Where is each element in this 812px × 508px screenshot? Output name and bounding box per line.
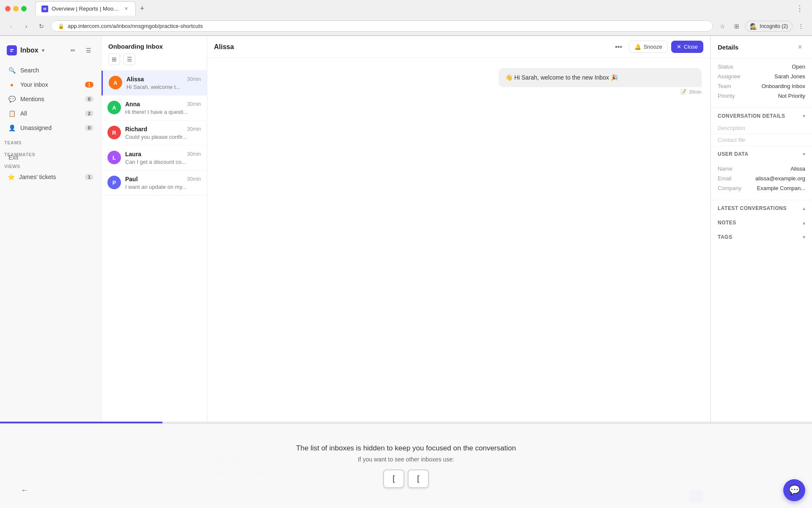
team-value: Onboarding Inbox xyxy=(762,83,805,89)
avatar-anna: A xyxy=(107,101,121,114)
latest-conversations-title: LATEST CONVERSATIONS xyxy=(718,205,787,211)
user-name-row: Name Alissa xyxy=(718,166,805,172)
exit-btn[interactable]: Exit xyxy=(8,154,18,161)
conv-content-richard: Richard 30min Could you please confir... xyxy=(125,126,201,140)
details-header: Details ✕ xyxy=(711,36,812,58)
notes-section[interactable]: NOTES ▴ xyxy=(711,215,812,229)
conversation-details-section[interactable]: CONVERSATION DETAILS ▾ xyxy=(711,108,812,122)
tags-arrow-icon: ▾ xyxy=(803,234,805,240)
conversation-item-richard[interactable]: R Richard 30min Could you please confir.… xyxy=(102,121,207,146)
priority-label: Priority xyxy=(718,93,735,99)
conv-header: Laura 30min xyxy=(125,151,201,157)
bookmark-btn[interactable]: ☆ xyxy=(716,20,728,32)
conv-time: 30min xyxy=(187,76,201,82)
mentions-icon: 💬 xyxy=(8,95,16,103)
priority-row: Priority Not Priority xyxy=(718,93,805,99)
close-window-btn[interactable] xyxy=(5,6,11,11)
back-btn[interactable]: ‹ xyxy=(5,20,17,32)
views-section: ⭐ James' tickets 1 xyxy=(0,171,101,183)
user-data-content: Name Alissa Email alissa@example.org Com… xyxy=(711,160,812,200)
conv-content-laura: Laura 30min Can I get a discount co... xyxy=(125,151,201,165)
browser-actions: ☆ ⊞ 🕵 Incognito (2) ⋮ xyxy=(716,20,807,32)
sidebar-item-mentions[interactable]: 💬 Mentions 0 xyxy=(3,92,98,106)
sidebar-item-james-tickets[interactable]: ⭐ James' tickets 1 xyxy=(3,171,98,183)
panel-title: Onboarding Inbox xyxy=(108,43,200,50)
svg-rect-0 xyxy=(9,47,15,53)
status-label: Status xyxy=(718,64,733,70)
sidebar-item-label: Search xyxy=(20,67,93,74)
avatar-laura: L xyxy=(107,151,121,164)
more-options-btn[interactable]: ••• xyxy=(612,40,625,54)
minimize-window-btn[interactable] xyxy=(13,6,19,11)
chat-header: Alissa ••• 🔔 Snooze ✕ Close xyxy=(207,36,710,58)
compose-btn[interactable]: ✏ xyxy=(67,44,79,56)
chat-messages: 👋 Hi Sarah, welcome to the new Inbox 🎉 📝… xyxy=(207,58,710,448)
snooze-btn[interactable]: 🔔 Snooze xyxy=(629,41,668,53)
dropdown-arrow-icon: ▾ xyxy=(42,47,44,53)
close-conversation-btn[interactable]: ✕ Close xyxy=(671,41,703,53)
reload-btn[interactable]: ↻ xyxy=(36,20,47,32)
forward-btn[interactable]: › xyxy=(20,20,32,32)
conv-time: 30min xyxy=(187,126,201,132)
browser-more-btn[interactable]: ⋮ xyxy=(795,20,807,32)
conv-header: Paul 30min xyxy=(125,176,201,182)
list-view-btn[interactable]: ☰ xyxy=(123,53,135,65)
conv-header: Richard 30min xyxy=(125,126,201,133)
kanban-view-btn[interactable]: ⊞ xyxy=(108,53,120,65)
conv-name: Alissa xyxy=(126,76,144,83)
conversation-item-laura[interactable]: L Laura 30min Can I get a discount co... xyxy=(102,146,207,171)
details-close-btn[interactable]: ✕ xyxy=(795,42,805,52)
user-data-section[interactable]: USER DATA ▾ xyxy=(711,146,812,160)
conv-content-alissa: Alissa 30min Hi Sarah, welcome t... xyxy=(126,76,201,90)
browser-tabs: M Overview | Reports | Moodjoy ✕ + xyxy=(35,1,411,16)
tab-title: Overview | Reports | Moodjoy xyxy=(52,6,119,12)
sidebar-item-unassigned[interactable]: 👤 Unassigned 0 xyxy=(3,121,98,135)
user-email-label: Email xyxy=(718,175,732,182)
sidebar-item-your-inbox[interactable]: ● Your inbox 1 xyxy=(3,77,98,92)
kbd-left: [ xyxy=(383,469,404,488)
browser-menu-btn[interactable]: ⋮ xyxy=(793,2,807,15)
tutorial-main-text: The list of inboxes is hidden to keep yo… xyxy=(296,444,516,453)
lock-icon: 🔒 xyxy=(58,23,64,29)
unassigned-badge: 0 xyxy=(85,125,93,131)
avatar-richard: R xyxy=(107,126,121,139)
tags-title: TAGS xyxy=(718,234,732,240)
user-name-label: Name xyxy=(718,166,732,172)
chat-support-btn[interactable]: 💬 xyxy=(783,479,805,501)
user-email-row: Email alissa@example.org xyxy=(718,175,805,182)
incognito-btn[interactable]: 🕵 Incognito (2) xyxy=(745,21,793,32)
address-text: app.intercom.com/a/inbox/nnsgmgob/practi… xyxy=(68,23,706,29)
message-content: 👋 Hi Sarah, welcome to the new Inbox 🎉 xyxy=(499,68,702,87)
conversation-item-alissa[interactable]: A Alissa 30min Hi Sarah, welcome t... xyxy=(102,71,207,96)
conv-time: 30min xyxy=(187,151,201,157)
all-icon: 📋 xyxy=(8,109,16,118)
tutorial-prev-btn[interactable]: ← xyxy=(17,483,32,498)
active-tab[interactable]: M Overview | Reports | Moodjoy ✕ xyxy=(35,1,136,16)
latest-conversations-section[interactable]: LATEST CONVERSATIONS ▴ xyxy=(711,200,812,215)
progress-bar xyxy=(0,422,812,423)
tab-grid-btn[interactable]: ⊞ xyxy=(731,20,743,32)
conv-time: 30min xyxy=(187,176,201,182)
tutorial-keyboard-shortcuts: [ [ xyxy=(383,469,429,488)
avatar-paul: P xyxy=(107,176,121,189)
search-icon: 🔍 xyxy=(8,66,16,75)
new-tab-btn[interactable]: + xyxy=(136,2,149,16)
toggle-sidebar-btn[interactable]: ☰ xyxy=(82,44,94,56)
tags-section[interactable]: TAGS ▾ xyxy=(711,229,812,243)
conv-name: Richard xyxy=(125,126,147,133)
sidebar-item-all[interactable]: 📋 All 2 xyxy=(3,106,98,121)
status-value: Open xyxy=(792,64,805,70)
tab-close-btn[interactable]: ✕ xyxy=(123,6,129,12)
conv-header: Alissa 30min xyxy=(126,76,201,83)
conversation-item-anna[interactable]: A Anna 30min Hi there! I have a questi..… xyxy=(102,96,207,121)
conversation-item-paul[interactable]: P Paul 30min I want an update on my... xyxy=(102,171,207,196)
contact-file-field: Contact file xyxy=(711,134,812,146)
mentions-badge: 0 xyxy=(85,96,93,102)
address-bar[interactable]: 🔒 app.intercom.com/a/inbox/nnsgmgob/prac… xyxy=(51,20,713,32)
sidebar-item-label: Mentions xyxy=(20,96,81,102)
incognito-label: Incognito (2) xyxy=(760,23,788,29)
sidebar-item-search[interactable]: 🔍 Search xyxy=(3,63,98,77)
inbox-icon: ● xyxy=(8,80,16,89)
maximize-window-btn[interactable] xyxy=(21,6,27,11)
conversation-details-title: CONVERSATION DETAILS xyxy=(718,113,785,119)
